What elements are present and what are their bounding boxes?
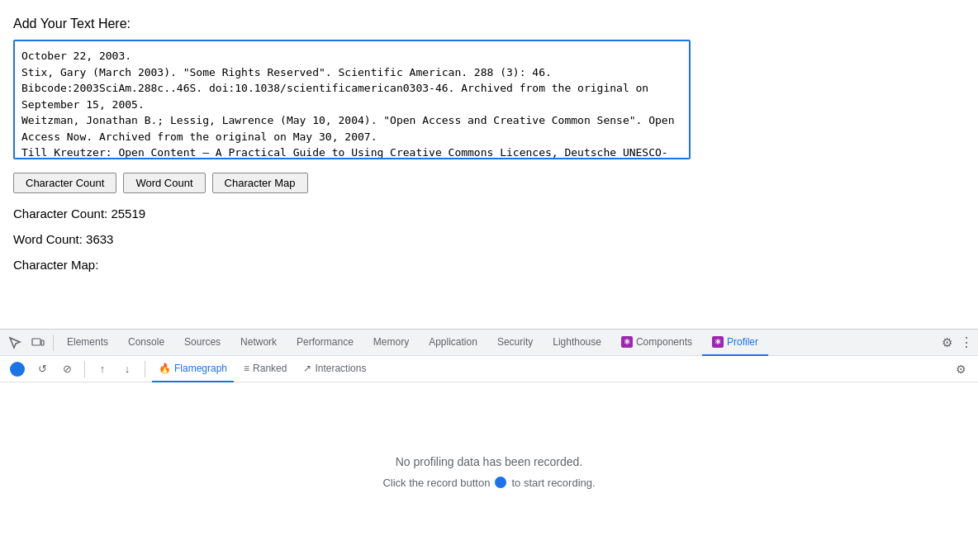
text-input[interactable]: October 22, 2003. Stix, Gary (March 2003… — [13, 40, 691, 159]
profiler-tab-ranked[interactable]: ≡ Ranked — [237, 356, 293, 382]
character-count-button[interactable]: Character Count — [13, 173, 116, 193]
tab-network[interactable]: Network — [230, 330, 287, 356]
profiler-clear-button[interactable]: ⊘ — [56, 358, 78, 380]
profiler-content: No profiling data has been recorded. Cli… — [0, 382, 978, 560]
profiler-hint: Click the record button to start recordi… — [382, 477, 595, 489]
profiler-download-button[interactable]: ↓ — [116, 358, 138, 380]
inspect-element-icon[interactable] — [3, 331, 26, 354]
tab-security[interactable]: Security — [487, 330, 543, 356]
hint-prefix: Click the record button — [382, 477, 490, 489]
add-text-label: Add Your Text Here: — [13, 17, 965, 31]
character-count-result: Character Count: 25519 — [13, 206, 965, 221]
device-toggle-icon[interactable] — [26, 331, 50, 354]
tab-memory[interactable]: Memory — [363, 330, 419, 356]
tab-lighthouse[interactable]: Lighthouse — [543, 330, 611, 356]
devtools-settings-button[interactable]: ⚙ — [935, 331, 958, 354]
profiler-reload-button[interactable]: ↺ — [31, 358, 53, 380]
action-buttons: Character Count Word Count Character Map — [13, 173, 965, 193]
svg-rect-1 — [41, 340, 44, 345]
word-count-button[interactable]: Word Count — [123, 173, 205, 193]
profiler-separator — [84, 361, 85, 377]
profiler-empty-message: No profiling data has been recorded. — [396, 455, 582, 468]
record-dot — [10, 362, 25, 377]
ranked-icon: ≡ — [244, 363, 249, 374]
character-map-button[interactable]: Character Map — [212, 173, 308, 193]
tab-application[interactable]: Application — [419, 330, 487, 356]
profiler-tab-interactions[interactable]: ↗ Interactions — [297, 356, 373, 382]
devtools-more-button[interactable]: ⋮ — [958, 331, 975, 354]
svg-rect-0 — [32, 339, 40, 345]
tab-elements[interactable]: Elements — [57, 330, 118, 356]
profiler-upload-button[interactable]: ↑ — [92, 358, 113, 380]
hint-suffix: to start recording. — [511, 477, 595, 489]
devtools-panel: Elements Console Sources Network Perform… — [0, 329, 978, 560]
toolbar-separator — [53, 335, 54, 351]
tab-profiler[interactable]: ⚛ Profiler — [702, 330, 768, 356]
profiler-toolbar: ↺ ⊘ ↑ ↓ 🔥 Flamegraph ≡ Ranked ↗ Interact… — [0, 356, 978, 382]
word-count-result: Word Count: 3633 — [13, 232, 965, 246]
profiler-separator2 — [145, 361, 145, 377]
main-content: Add Your Text Here: October 22, 2003. St… — [0, 0, 978, 272]
flamegraph-icon: 🔥 — [159, 363, 171, 374]
profiler-settings-button[interactable]: ⚙ — [950, 358, 971, 380]
hint-record-dot — [495, 477, 506, 488]
tab-components[interactable]: ⚛ Components — [611, 330, 702, 356]
character-map-result: Character Map: — [13, 258, 965, 272]
profiler-tab-flamegraph[interactable]: 🔥 Flamegraph — [152, 356, 234, 382]
profiler-record-button[interactable] — [7, 358, 28, 380]
tab-sources[interactable]: Sources — [174, 330, 230, 356]
tab-console[interactable]: Console — [118, 330, 174, 356]
tab-performance[interactable]: Performance — [287, 330, 363, 356]
components-icon: ⚛ — [621, 336, 633, 348]
interactions-icon: ↗ — [303, 363, 311, 374]
devtools-tabs-bar: Elements Console Sources Network Perform… — [0, 330, 978, 356]
profiler-icon: ⚛ — [712, 336, 724, 348]
